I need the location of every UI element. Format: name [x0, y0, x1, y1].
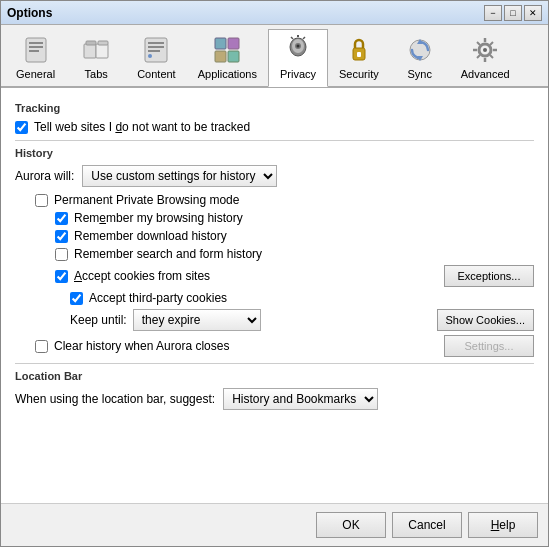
- tab-applications[interactable]: Applications: [187, 29, 268, 86]
- svg-line-23: [291, 37, 293, 39]
- accept-cookies-label: Accept cookies from sites: [74, 269, 210, 283]
- suggest-label: When using the location bar, suggest:: [15, 392, 215, 406]
- accept-cookies-check-row: Accept cookies from sites: [55, 269, 210, 283]
- keep-until-dropdown[interactable]: they expire I close Firefox ask me every…: [133, 309, 261, 331]
- location-bar-suggest-row: When using the location bar, suggest: Hi…: [15, 388, 534, 410]
- history-dropdown-row: Aurora will: Remember history Never reme…: [15, 165, 534, 187]
- help-button[interactable]: Help: [468, 512, 538, 538]
- settings-button[interactable]: Settings...: [444, 335, 534, 357]
- privacy-icon: [282, 34, 314, 66]
- svg-rect-9: [148, 42, 164, 44]
- tab-general[interactable]: General: [5, 29, 66, 86]
- exceptions-button[interactable]: Exceptions...: [444, 265, 534, 287]
- keep-until-row: Keep until: they expire I close Firefox …: [15, 309, 534, 331]
- remember-search-label: Remember search and form history: [74, 247, 262, 261]
- show-cookies-button[interactable]: Show Cookies...: [437, 309, 534, 331]
- tab-advanced[interactable]: Advanced: [450, 29, 521, 86]
- clear-history-check-row: Clear history when Aurora closes: [35, 339, 229, 353]
- location-bar-section-label: Location Bar: [15, 370, 534, 382]
- remember-download-checkbox[interactable]: [55, 230, 68, 243]
- tab-tabs[interactable]: Tabs: [66, 29, 126, 86]
- svg-point-30: [483, 48, 487, 52]
- aurora-will-label: Aurora will:: [15, 169, 74, 183]
- tracking-label: Tell web sites I do not want to be track…: [34, 120, 250, 134]
- svg-rect-3: [29, 50, 39, 52]
- tab-content[interactable]: Content: [126, 29, 187, 86]
- svg-rect-14: [228, 38, 239, 49]
- advanced-icon: [469, 34, 501, 66]
- svg-line-22: [303, 37, 305, 39]
- suggest-dropdown[interactable]: History and Bookmarks History Bookmarks …: [223, 388, 378, 410]
- tab-sync[interactable]: Sync: [390, 29, 450, 86]
- content-icon: [140, 34, 172, 66]
- keep-until-label: Keep until:: [70, 313, 127, 327]
- options-window: Options − □ ✕ General: [0, 0, 549, 547]
- title-bar-controls: − □ ✕: [484, 5, 542, 21]
- permanent-private-label: Permanent Private Browsing mode: [54, 193, 239, 207]
- remember-download-row: Remember download history: [15, 229, 534, 243]
- tracking-row: Tell web sites I do not want to be track…: [15, 120, 534, 134]
- svg-rect-7: [98, 41, 108, 45]
- svg-rect-11: [148, 50, 160, 52]
- svg-line-38: [477, 55, 480, 58]
- history-dropdown[interactable]: Remember history Never remember history …: [82, 165, 277, 187]
- history-section-label: History: [15, 147, 534, 159]
- tab-tabs-label: Tabs: [85, 68, 108, 80]
- accept-cookies-checkbox[interactable]: [55, 270, 68, 283]
- tracking-section-label: Tracking: [15, 102, 534, 114]
- clear-history-checkbox[interactable]: [35, 340, 48, 353]
- svg-rect-15: [215, 51, 226, 62]
- svg-rect-25: [357, 52, 361, 57]
- content-panel: Tracking Tell web sites I do not want to…: [1, 88, 548, 503]
- tab-bar: General Tabs: [1, 25, 548, 88]
- svg-rect-13: [215, 38, 226, 49]
- remember-browsing-checkbox[interactable]: [55, 212, 68, 225]
- tab-advanced-label: Advanced: [461, 68, 510, 80]
- svg-rect-4: [84, 44, 96, 58]
- applications-icon: [211, 34, 243, 66]
- tab-general-label: General: [16, 68, 55, 80]
- permanent-private-checkbox[interactable]: [35, 194, 48, 207]
- svg-rect-1: [29, 42, 43, 44]
- tab-security-label: Security: [339, 68, 379, 80]
- remember-download-label: Remember download history: [74, 229, 227, 243]
- accept-cookies-row: Accept cookies from sites Exceptions...: [15, 265, 534, 287]
- maximize-button[interactable]: □: [504, 5, 522, 21]
- remember-browsing-label: Remember my browsing history: [74, 211, 243, 225]
- svg-rect-16: [228, 51, 239, 62]
- remember-search-row: Remember search and form history: [15, 247, 534, 261]
- accept-third-party-row: Accept third-party cookies: [15, 291, 534, 305]
- accept-third-party-label: Accept third-party cookies: [89, 291, 227, 305]
- separator-2: [15, 363, 534, 364]
- minimize-button[interactable]: −: [484, 5, 502, 21]
- svg-rect-6: [96, 44, 108, 58]
- accept-third-party-checkbox[interactable]: [70, 292, 83, 305]
- svg-line-37: [490, 42, 493, 45]
- tab-security[interactable]: Security: [328, 29, 390, 86]
- svg-line-36: [490, 55, 493, 58]
- ok-button[interactable]: OK: [316, 512, 386, 538]
- title-bar: Options − □ ✕: [1, 1, 548, 25]
- remember-search-checkbox[interactable]: [55, 248, 68, 261]
- permanent-private-row: Permanent Private Browsing mode: [15, 193, 534, 207]
- tabs-icon: [80, 34, 112, 66]
- footer-bar: OK Cancel Help: [1, 503, 548, 546]
- svg-line-35: [477, 42, 480, 45]
- tab-privacy[interactable]: Privacy: [268, 29, 328, 87]
- remember-browsing-row: Remember my browsing history: [15, 211, 534, 225]
- tab-content-label: Content: [137, 68, 176, 80]
- clear-history-row: Clear history when Aurora closes Setting…: [15, 335, 534, 357]
- svg-rect-10: [148, 46, 164, 48]
- cancel-button[interactable]: Cancel: [392, 512, 462, 538]
- tab-sync-label: Sync: [408, 68, 432, 80]
- sync-icon: [404, 34, 436, 66]
- svg-rect-2: [29, 46, 43, 48]
- general-icon: [20, 34, 52, 66]
- security-icon: [343, 34, 375, 66]
- tracking-checkbox[interactable]: [15, 121, 28, 134]
- tab-applications-label: Applications: [198, 68, 257, 80]
- keep-until-inner: Keep until: they expire I close Firefox …: [70, 309, 261, 331]
- svg-rect-5: [86, 41, 96, 45]
- close-button[interactable]: ✕: [524, 5, 542, 21]
- window-title: Options: [7, 6, 52, 20]
